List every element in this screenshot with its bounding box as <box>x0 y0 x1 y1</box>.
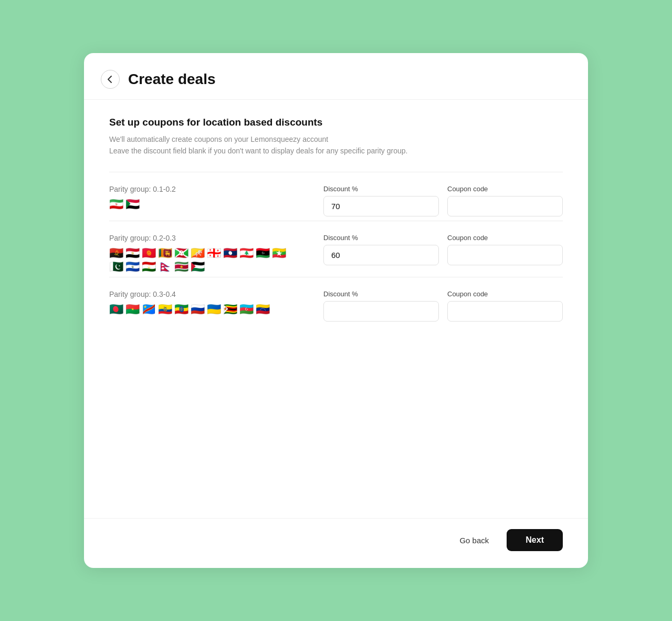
card-header: Create deals <box>84 53 588 100</box>
flag: 🇪🇹 <box>174 304 188 315</box>
flag: 🇱🇧 <box>239 247 254 259</box>
coupon-label-2: Coupon code <box>447 234 563 242</box>
parity-label-3: Parity group: 0.3-0.4 <box>109 290 302 298</box>
discount-input-2[interactable] <box>323 245 439 265</box>
main-card: Create deals Set up coupons for location… <box>84 53 588 568</box>
parity-left-2: Parity group: 0.2-0.3 🇦🇴 🇪🇬 🇰🇬 🇱🇰 🇧🇮 🇧🇹 … <box>109 234 302 273</box>
discount-label-1: Discount % <box>323 185 439 193</box>
back-button[interactable] <box>101 70 120 89</box>
flag: 🇺🇦 <box>207 304 221 315</box>
flag: 🇹🇯 <box>142 261 156 273</box>
parity-group-3: Parity group: 0.3-0.4 🇧🇩 🇧🇫 🇨🇩 🇪🇨 🇪🇹 🇷🇺 … <box>109 277 563 326</box>
flag: 🇵🇰 <box>109 261 123 273</box>
coupon-input-3[interactable] <box>447 301 563 322</box>
card-body: Set up coupons for location based discou… <box>84 100 588 518</box>
flag: 🇪🇨 <box>158 304 172 315</box>
coupon-input-2[interactable] <box>447 245 563 265</box>
flag: 🇳🇵 <box>158 261 172 273</box>
flag: 🇦🇿 <box>239 304 254 315</box>
flag: 🇧🇩 <box>109 304 123 315</box>
discount-input-1[interactable] <box>323 196 439 216</box>
discount-label-3: Discount % <box>323 290 439 298</box>
flag: 🇷🇺 <box>191 304 205 315</box>
parity-left-3: Parity group: 0.3-0.4 🇧🇩 🇧🇫 🇨🇩 🇪🇨 🇪🇹 🇷🇺 … <box>109 290 302 315</box>
flag: 🇰🇬 <box>142 247 156 259</box>
flags-grid-2: 🇦🇴 🇪🇬 🇰🇬 🇱🇰 🇧🇮 🇧🇹 🇬🇪 🇱🇦 🇱🇧 🇱🇾 🇲🇲 🇵🇰 <box>109 247 288 273</box>
discount-field-group-1: Discount % <box>323 185 439 216</box>
flag: 🇿🇼 <box>223 304 237 315</box>
coupon-label-3: Coupon code <box>447 290 563 298</box>
flag: 🇻🇪 <box>256 304 270 315</box>
coupon-label-1: Coupon code <box>447 185 563 193</box>
parity-label-1: Parity group: 0.1-0.2 <box>109 185 302 193</box>
section-description: We'll automatically create coupons on yo… <box>109 133 563 157</box>
parity-right-3: Discount % Coupon code <box>323 290 563 322</box>
flag: 🇸🇻 <box>125 261 140 273</box>
parity-label-2: Parity group: 0.2-0.3 <box>109 234 302 242</box>
coupon-field-group-1: Coupon code <box>447 185 563 216</box>
flag: 🇧🇫 <box>125 304 140 315</box>
flag: 🇬🇪 <box>207 247 221 259</box>
parity-right-2: Discount % Coupon code <box>323 234 563 265</box>
flag: 🇱🇦 <box>223 247 237 259</box>
coupon-input-1[interactable] <box>447 196 563 216</box>
next-button[interactable]: Next <box>507 529 563 551</box>
page-title: Create deals <box>128 71 216 88</box>
flag: 🇪🇬 <box>125 247 140 259</box>
parity-group-1: Parity group: 0.1-0.2 🇮🇷 🇸🇩 Discount % C… <box>109 172 563 221</box>
flag: 🇮🇷 <box>109 199 123 210</box>
flag: 🇨🇩 <box>142 304 156 315</box>
flag: 🇸🇩 <box>125 199 140 210</box>
parity-left-1: Parity group: 0.1-0.2 🇮🇷 🇸🇩 <box>109 185 302 210</box>
discount-label-2: Discount % <box>323 234 439 242</box>
flag: 🇱🇰 <box>158 247 172 259</box>
flag: 🇱🇾 <box>256 247 270 259</box>
discount-input-3[interactable] <box>323 301 439 322</box>
section-title: Set up coupons for location based discou… <box>109 117 563 128</box>
discount-field-group-2: Discount % <box>323 234 439 265</box>
discount-field-group-3: Discount % <box>323 290 439 322</box>
coupon-field-group-2: Coupon code <box>447 234 563 265</box>
flag: 🇧🇹 <box>191 247 205 259</box>
parity-group-2: Parity group: 0.2-0.3 🇦🇴 🇪🇬 🇰🇬 🇱🇰 🇧🇮 🇧🇹 … <box>109 221 563 277</box>
flag: 🇸🇷 <box>174 261 188 273</box>
coupon-field-group-3: Coupon code <box>447 290 563 322</box>
flag: 🇧🇮 <box>174 247 188 259</box>
flag: 🇦🇴 <box>109 247 123 259</box>
card-footer: Go back Next <box>84 518 588 568</box>
flag: 🇵🇸 <box>191 261 205 273</box>
flags-grid-3: 🇧🇩 🇧🇫 🇨🇩 🇪🇨 🇪🇹 🇷🇺 🇺🇦 🇿🇼 🇦🇿 🇻🇪 <box>109 304 288 315</box>
parity-right-1: Discount % Coupon code <box>323 185 563 216</box>
flags-grid-1: 🇮🇷 🇸🇩 <box>109 199 288 210</box>
go-back-button[interactable]: Go back <box>450 531 498 550</box>
flag: 🇲🇲 <box>272 247 286 259</box>
